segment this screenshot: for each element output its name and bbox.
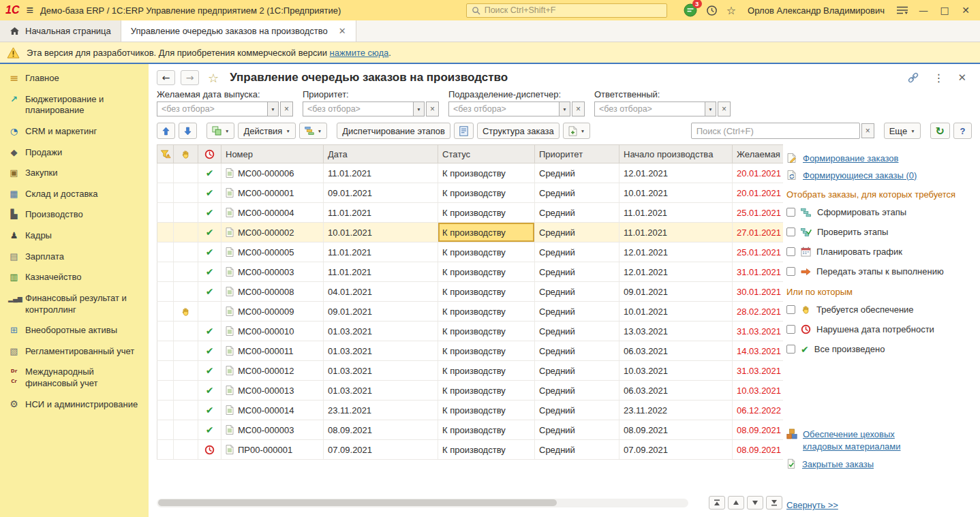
cell-status[interactable]: К производству bbox=[438, 401, 535, 420]
cell-start-date[interactable]: 10.03.2021 bbox=[619, 361, 733, 381]
filter-value-box[interactable]: <без отбора> bbox=[157, 101, 268, 116]
cell-number[interactable]: МС00-000008 bbox=[221, 282, 324, 302]
sidebar-item[interactable]: Международный финансовый учет bbox=[0, 362, 149, 394]
cell-number[interactable]: ПР00-000001 bbox=[221, 440, 324, 460]
cell-number[interactable]: МС00-000010 bbox=[221, 322, 324, 341]
column-header-priority[interactable]: Приоритет bbox=[535, 145, 619, 163]
cell-date[interactable]: 11.01.2021 bbox=[324, 203, 438, 223]
form-orders-link[interactable]: Формирование заказов bbox=[803, 153, 898, 163]
cell-start-date[interactable]: 10.01.2021 bbox=[619, 302, 733, 322]
sidebar-item[interactable]: Закупки bbox=[0, 163, 149, 184]
cell-desired-date[interactable]: 28.02.2021 bbox=[733, 302, 783, 322]
cell-status[interactable]: К производству bbox=[438, 163, 535, 183]
cell-status[interactable]: К производству bbox=[438, 242, 535, 262]
cell-status[interactable]: К производству bbox=[438, 183, 535, 203]
service-menu-icon[interactable] bbox=[896, 5, 908, 15]
cell-priority[interactable]: Средний bbox=[535, 341, 619, 361]
clear-filter-icon[interactable]: × bbox=[572, 101, 585, 116]
global-search[interactable] bbox=[466, 3, 667, 18]
document-options-button[interactable]: ▼ bbox=[563, 123, 590, 139]
checkbox[interactable] bbox=[786, 325, 795, 334]
filter-check-row[interactable]: Проверить этапы bbox=[786, 222, 972, 242]
cell-number[interactable]: МС00-000004 bbox=[221, 203, 324, 223]
cell-start-date[interactable]: 06.03.2021 bbox=[619, 381, 733, 401]
cell-priority[interactable]: Средний bbox=[535, 262, 619, 282]
cell-desired-date[interactable]: 14.03.2021 bbox=[733, 341, 783, 361]
supply-materials-link[interactable]: Обеспечение цеховых кладовых материалами bbox=[803, 428, 929, 452]
page-up-button[interactable] bbox=[728, 496, 744, 510]
table-row[interactable]: ПР00-000001 07.09.2021 К производству Ср… bbox=[157, 440, 783, 460]
dropdown-icon[interactable]: ▼ bbox=[414, 101, 425, 116]
report-icon-button[interactable] bbox=[454, 123, 474, 139]
cell-desired-date[interactable]: 30.01.2021 bbox=[733, 282, 783, 302]
cell-priority[interactable]: Средний bbox=[535, 203, 619, 223]
cell-start-date[interactable]: 12.01.2021 bbox=[619, 163, 733, 183]
cell-status[interactable]: К производству bbox=[438, 381, 535, 401]
supply-column-header[interactable] bbox=[174, 145, 198, 163]
cell-desired-date[interactable]: 31.03.2021 bbox=[733, 322, 783, 341]
cell-date[interactable]: 23.11.2021 bbox=[324, 401, 438, 420]
sidebar-item[interactable]: Зарплата bbox=[0, 247, 149, 268]
sidebar-item[interactable]: Финансовый результат и контроллинг bbox=[0, 288, 149, 320]
back-button[interactable]: ← bbox=[157, 70, 175, 85]
filter-value-box[interactable]: <без отбора> bbox=[303, 101, 414, 116]
cell-status[interactable]: К производству bbox=[438, 341, 535, 361]
cell-priority[interactable]: Средний bbox=[535, 440, 619, 460]
cell-start-date[interactable]: 12.01.2021 bbox=[619, 262, 733, 282]
sidebar-item[interactable]: Казначейство bbox=[0, 267, 149, 288]
cell-date[interactable]: 11.01.2021 bbox=[324, 163, 438, 183]
close-form-icon[interactable]: ✕ bbox=[958, 72, 966, 84]
page-down-button[interactable] bbox=[747, 496, 763, 510]
table-row[interactable]: ✔ МС00-000011 bbox=[157, 341, 783, 361]
filter-warning-column-header[interactable] bbox=[157, 145, 174, 163]
cell-priority[interactable]: Средний bbox=[535, 163, 619, 183]
tab-close-icon[interactable]: ✕ bbox=[339, 26, 346, 36]
cell-start-date[interactable]: 12.01.2021 bbox=[619, 242, 733, 262]
cell-start-date[interactable]: 11.01.2021 bbox=[619, 223, 733, 242]
forming-orders-link[interactable]: Формирующиеся заказы (0) bbox=[803, 170, 917, 181]
banner-link[interactable]: нажмите сюда bbox=[330, 48, 389, 58]
cell-desired-date[interactable]: 20.01.2021 bbox=[733, 183, 783, 203]
more-actions-icon[interactable]: ⋮ bbox=[933, 72, 944, 84]
cell-priority[interactable]: Средний bbox=[535, 420, 619, 440]
create-based-on-button[interactable]: ▼ bbox=[206, 123, 234, 139]
sidebar-item[interactable]: Склад и доставка bbox=[0, 184, 149, 205]
sidebar-item[interactable]: Бюджетирование и планирование bbox=[0, 89, 149, 121]
cell-start-date[interactable]: 13.03.2021 bbox=[619, 322, 733, 341]
cell-desired-date[interactable]: 27.01.2021 bbox=[733, 223, 783, 242]
forward-button[interactable]: → bbox=[181, 70, 199, 85]
cell-date[interactable]: 11.01.2021 bbox=[324, 242, 438, 262]
cell-number[interactable]: МС00-000011 bbox=[221, 341, 324, 361]
sidebar-item[interactable]: Продажи bbox=[0, 142, 149, 163]
sidebar-item[interactable]: CRM и маркетинг bbox=[0, 121, 149, 142]
column-header-start[interactable]: Начало производства bbox=[619, 145, 733, 163]
cell-date[interactable]: 01.03.2021 bbox=[324, 322, 438, 341]
column-header-date[interactable]: Дата bbox=[324, 145, 438, 163]
move-down-button[interactable] bbox=[179, 123, 197, 139]
checkbox[interactable] bbox=[786, 228, 795, 236]
table-row[interactable]: ✔ МС00-000006 bbox=[157, 163, 783, 183]
minimize-button[interactable]: — bbox=[917, 5, 930, 16]
actions-button[interactable]: Действия ▼ bbox=[238, 123, 295, 139]
cell-start-date[interactable]: 06.03.2021 bbox=[619, 341, 733, 361]
favorites-icon[interactable]: ☆ bbox=[726, 4, 736, 17]
sidebar-item[interactable]: Внеоборотные активы bbox=[0, 320, 149, 341]
maximize-button[interactable]: □ bbox=[938, 5, 951, 16]
dropdown-icon[interactable]: ▼ bbox=[268, 101, 279, 116]
cell-desired-date[interactable]: 25.01.2021 bbox=[733, 203, 783, 223]
global-search-input[interactable] bbox=[485, 5, 662, 15]
cell-desired-date[interactable]: 08.09.2021 bbox=[733, 420, 783, 440]
sidebar-item[interactable]: НСИ и администрирование bbox=[0, 394, 149, 416]
cell-start-date[interactable]: 08.09.2021 bbox=[619, 420, 733, 440]
checkbox[interactable] bbox=[786, 267, 795, 276]
order-structure-button[interactable]: Структура заказа bbox=[477, 123, 560, 139]
cell-priority[interactable]: Средний bbox=[535, 223, 619, 242]
table-row[interactable]: ✔ МС00-000008 bbox=[157, 282, 783, 302]
cell-status[interactable]: К производству bbox=[438, 302, 535, 322]
cell-status[interactable]: К производству bbox=[438, 361, 535, 381]
table-row[interactable]: ✔ МС00-000010 bbox=[157, 322, 783, 341]
add-favorite-star-icon[interactable]: ☆ bbox=[208, 71, 219, 85]
cell-number[interactable]: МС00-000003 bbox=[221, 420, 324, 440]
filter-check-row[interactable]: Требуется обеспечение bbox=[786, 300, 972, 319]
cell-date[interactable]: 11.01.2021 bbox=[324, 262, 438, 282]
